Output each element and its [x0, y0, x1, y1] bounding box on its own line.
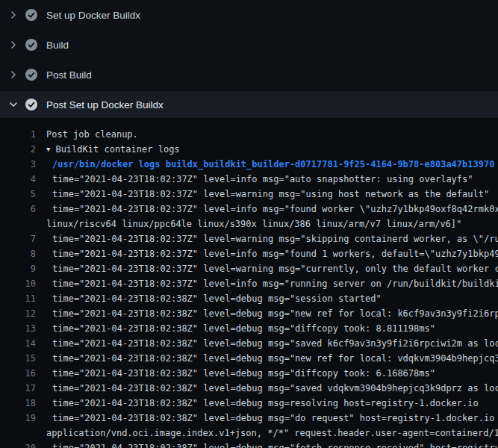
log-line: 18 time="2021-04-23T18:02:38Z" level=deb…	[0, 396, 498, 411]
log-line: 4 time="2021-04-23T18:02:37Z" level=info…	[0, 172, 498, 187]
log-line: 7 time="2021-04-23T18:02:37Z" level=warn…	[0, 231, 498, 246]
chevron-right-icon	[7, 39, 19, 51]
check-circle-icon	[25, 9, 37, 21]
log-line: 16 time="2021-04-23T18:02:38Z" level=deb…	[0, 366, 498, 381]
line-number[interactable]: 2	[0, 142, 36, 157]
log-text: application/vnd.oci.image.index.v1+json,…	[46, 426, 498, 441]
log-line: 5 time="2021-04-23T18:02:37Z" level=warn…	[0, 187, 498, 202]
line-number[interactable]: 8	[0, 246, 36, 261]
check-circle-icon	[25, 99, 37, 111]
log-text: time="2021-04-23T18:02:37Z" level=info m…	[52, 172, 473, 187]
log-text: time="2021-04-23T18:02:37Z" level=info m…	[52, 276, 498, 291]
log-line: 12 time="2021-04-23T18:02:38Z" level=deb…	[0, 306, 498, 321]
log-line: 13 time="2021-04-23T18:02:38Z" level=deb…	[0, 321, 498, 336]
log-line: 9 time="2021-04-23T18:02:37Z" level=warn…	[0, 261, 498, 276]
step-row-3[interactable]: Post Set up Docker Buildx	[0, 91, 498, 118]
line-number[interactable]: 6	[0, 202, 36, 217]
log-line: 15 time="2021-04-23T18:02:38Z" level=deb…	[0, 351, 498, 366]
step-label: Build	[46, 40, 69, 51]
line-number[interactable]: 15	[0, 351, 36, 366]
log-text: time="2021-04-23T18:02:37Z" level=warnin…	[52, 231, 498, 246]
step-row-0[interactable]: Set up Docker Buildx	[0, 0, 498, 30]
line-number[interactable]: 7	[0, 231, 36, 246]
line-number[interactable]: 18	[0, 396, 36, 411]
step-label: Set up Docker Buildx	[46, 10, 140, 21]
line-number[interactable]: 13	[0, 321, 36, 336]
chevron-right-icon	[7, 9, 19, 21]
line-number[interactable]: 10	[0, 276, 36, 291]
log-line: 3 /usr/bin/docker logs buildx_buildkit_b…	[0, 157, 498, 172]
line-number[interactable]: 16	[0, 366, 36, 381]
line-number[interactable]: 20	[0, 441, 36, 448]
step-row-2[interactable]: Post Build	[0, 60, 498, 90]
line-number[interactable]: 1	[0, 127, 36, 142]
line-number[interactable]: 5	[0, 187, 36, 202]
log-text: time="2021-04-23T18:02:37Z" level=info m…	[52, 246, 498, 261]
chevron-down-icon	[7, 99, 19, 111]
actions-log-panel: Set up Docker Buildx Build	[0, 0, 498, 448]
log-line: 14 time="2021-04-23T18:02:38Z" level=deb…	[0, 336, 498, 351]
line-number[interactable]: 4	[0, 172, 36, 187]
log-text: time="2021-04-23T18:02:38Z" level=debug …	[52, 351, 498, 366]
log-line: linux/riscv64 linux/ppc64le linux/s390x …	[0, 217, 498, 231]
line-number[interactable]: 14	[0, 336, 36, 351]
log-text: ▼BuildKit container logs	[46, 142, 180, 157]
log-text: time="2021-04-23T18:02:37Z" level=warnin…	[52, 187, 489, 202]
line-number[interactable]	[0, 426, 36, 441]
log-line: 19 time="2021-04-23T18:02:38Z" level=deb…	[0, 411, 498, 426]
log-group-label: BuildKit container logs	[55, 144, 179, 155]
log-text: linux/riscv64 linux/ppc64le linux/s390x …	[46, 217, 461, 231]
log-group-toggle[interactable]: 2 ▼BuildKit container logs	[0, 142, 498, 157]
log-text: /usr/bin/docker logs buildx_buildkit_bui…	[52, 157, 494, 172]
log-text: Post job cleanup.	[46, 127, 138, 142]
line-number[interactable]: 12	[0, 306, 36, 321]
check-circle-icon	[25, 39, 37, 51]
line-number[interactable]: 11	[0, 291, 36, 306]
log-line: 1 Post job cleanup.	[0, 127, 498, 142]
log-line: 6 time="2021-04-23T18:02:37Z" level=info…	[0, 202, 498, 217]
line-number[interactable]: 3	[0, 157, 36, 172]
log-line: 8 time="2021-04-23T18:02:37Z" level=info…	[0, 246, 498, 261]
log-line: 20 time="2021-04-23T18:02:38Z" level=deb…	[0, 441, 498, 448]
line-number[interactable]: 9	[0, 261, 36, 276]
log-text: time="2021-04-23T18:02:38Z" level=debug …	[52, 306, 498, 321]
log-text: time="2021-04-23T18:02:38Z" level=debug …	[52, 396, 479, 411]
log-text: time="2021-04-23T18:02:38Z" level=debug …	[52, 411, 498, 426]
chevron-right-icon	[7, 69, 19, 81]
line-number[interactable]	[0, 217, 36, 231]
triangle-down-icon: ▼	[46, 142, 50, 157]
log-line: application/vnd.oci.image.index.v1+json,…	[0, 426, 498, 441]
log-text: time="2021-04-23T18:02:38Z" level=debug …	[52, 336, 498, 351]
line-number[interactable]: 17	[0, 381, 36, 396]
log-text: time="2021-04-23T18:02:37Z" level=info m…	[52, 202, 498, 217]
log-line: 17 time="2021-04-23T18:02:38Z" level=deb…	[0, 381, 498, 396]
step-label: Post Set up Docker Buildx	[46, 99, 164, 111]
log-text: time="2021-04-23T18:02:38Z" level=debug …	[52, 366, 435, 381]
log-text: time="2021-04-23T18:02:37Z" level=warnin…	[52, 261, 498, 276]
step-row-1[interactable]: Build	[0, 30, 498, 60]
log-area: 1 Post job cleanup. 2 ▼BuildKit containe…	[0, 118, 498, 448]
line-number[interactable]: 19	[0, 411, 36, 426]
log-text: time="2021-04-23T18:02:38Z" level=debug …	[52, 321, 435, 336]
step-label: Post Build	[46, 69, 92, 81]
log-text: time="2021-04-23T18:02:38Z" level=debug …	[52, 381, 498, 396]
steps-list: Set up Docker Buildx Build	[0, 0, 498, 118]
log-text: time="2021-04-23T18:02:38Z" level=debug …	[52, 441, 498, 448]
log-line: 10 time="2021-04-23T18:02:37Z" level=inf…	[0, 276, 498, 291]
check-circle-icon	[25, 69, 37, 81]
log-text: time="2021-04-23T18:02:38Z" level=debug …	[52, 291, 382, 306]
log-line: 11 time="2021-04-23T18:02:38Z" level=deb…	[0, 291, 498, 306]
